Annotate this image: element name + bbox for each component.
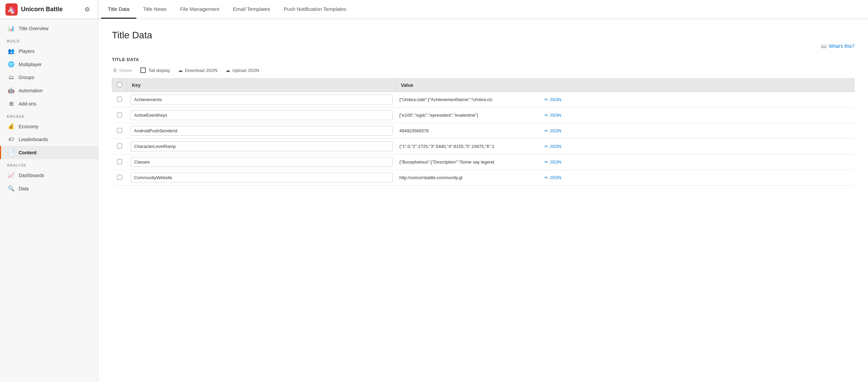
tab-push-notification-templates[interactable]: Push Notification Templates	[277, 0, 353, 19]
key-cell	[127, 139, 396, 154]
edit-json-button-1[interactable]: ✏ JSON	[545, 113, 561, 118]
trash-icon: 🗑	[113, 68, 117, 73]
economy-icon: 💰	[8, 123, 15, 130]
automation-icon: 🤖	[8, 87, 15, 94]
whats-this-row: 📖 What's this?	[112, 43, 854, 49]
add-ons-icon: ⊞	[8, 100, 15, 107]
top-navigation: 🦄 Unicorn Battle ⚙ Title DataTitle NewsF…	[0, 0, 868, 19]
content-area: Title Data 📖 What's this? TITLE DATA 🗑 D…	[98, 19, 868, 382]
settings-button[interactable]: ⚙	[82, 4, 93, 15]
main-layout: 📊 Title Overview BUILD 👥 Players 🌐 Multi…	[0, 19, 868, 382]
table-row: ["e100","egdc","epresident","evalentine"…	[112, 108, 854, 123]
sidebar-item-leaderboards[interactable]: 🏷 Leaderboards	[0, 133, 98, 146]
dashboards-icon: 📈	[8, 172, 15, 178]
download-icon: ☁	[178, 68, 183, 73]
pencil-icon: ✏	[545, 144, 548, 149]
tab-title-news[interactable]: Title News	[136, 0, 173, 19]
section-title: TITLE DATA	[112, 57, 854, 62]
key-input-0[interactable]	[131, 95, 393, 104]
row-checkbox-cell	[112, 108, 127, 123]
sidebar-item-players[interactable]: 👥 Players	[0, 44, 98, 58]
row-checkbox-2[interactable]	[117, 128, 122, 133]
delete-button[interactable]: 🗑 Delete	[112, 66, 133, 74]
sidebar-item-label-content: Content	[19, 150, 37, 155]
table-row: 494923569376 ✏ JSON	[112, 123, 854, 139]
key-cell	[127, 154, 396, 170]
leaderboards-icon: 🏷	[8, 136, 15, 142]
key-column-header: Key	[127, 79, 396, 92]
app-logo-area: 🦄 Unicorn Battle ⚙	[0, 0, 98, 19]
value-cell: {"Bucephelous":{"Description":"Some say …	[396, 154, 854, 170]
edit-json-button-4[interactable]: ✏ JSON	[545, 159, 561, 165]
toggle-box-icon	[140, 68, 146, 73]
select-all-checkbox[interactable]	[117, 82, 122, 87]
value-text-1: ["e100","egdc","epresident","evalentine"…	[399, 113, 542, 118]
tab-title-data[interactable]: Title Data	[101, 0, 136, 19]
multiplayer-icon: 🌐	[8, 61, 15, 68]
sidebar-section-build: BUILD	[0, 35, 98, 44]
book-icon: 📖	[821, 43, 827, 49]
sidebar-item-content[interactable]: 📄 Content	[0, 146, 98, 159]
key-input-4[interactable]	[131, 157, 393, 167]
sidebar-item-economy[interactable]: 💰 Economy	[0, 120, 98, 133]
sidebar-item-data[interactable]: 🔍 Data	[0, 182, 98, 195]
toolbar: 🗑 Delete Tall display ☁ Download JSON ☁ …	[112, 66, 854, 74]
key-input-1[interactable]	[131, 110, 393, 120]
groups-icon: 🗂	[8, 74, 15, 80]
table-row: {"Umbra-cide":{"AchievementName":"Umbra-…	[112, 92, 854, 108]
sidebar-section-engage: ENGAGE	[0, 110, 98, 120]
sidebar-item-add-ons[interactable]: ⊞ Add-ons	[0, 97, 98, 110]
value-cell: ["e100","egdc","epresident","evalentine"…	[396, 108, 854, 123]
row-checkbox-1[interactable]	[117, 112, 122, 117]
app-logo-icon: 🦄	[5, 3, 18, 16]
title-data-table: Key Value {"Umbra-cide":{"AchievementNam…	[112, 78, 854, 186]
sidebar-section-analyze: ANALYZE	[0, 159, 98, 169]
sidebar-item-automation[interactable]: 🤖 Automation	[0, 84, 98, 97]
edit-json-button-5[interactable]: ✏ JSON	[545, 175, 561, 180]
row-checkbox-cell	[112, 123, 127, 139]
value-cell: {"1":0,"2":2725,"3":5440,"4":8155,"5":10…	[396, 139, 854, 154]
value-text-5: http://unicornbattle.community.gl	[399, 175, 542, 180]
table-header-row: Key Value	[112, 79, 854, 92]
key-input-5[interactable]	[131, 173, 393, 183]
sidebar-item-label-multiplayer: Multiplayer	[19, 62, 42, 67]
tall-display-button[interactable]: Tall display	[140, 66, 171, 74]
upload-json-button[interactable]: ☁ Upload JSON	[225, 66, 260, 74]
row-checkbox-0[interactable]	[117, 97, 122, 102]
pencil-icon: ✏	[545, 97, 548, 102]
pencil-icon: ✏	[545, 175, 548, 180]
sidebar-item-groups[interactable]: 🗂 Groups	[0, 71, 98, 84]
players-icon: 👥	[8, 48, 15, 54]
key-input-2[interactable]	[131, 126, 393, 136]
value-text-0: {"Umbra-cide":{"AchievementName":"Umbra-…	[399, 97, 542, 102]
value-text-4: {"Bucephelous":{"Description":"Some say …	[399, 159, 542, 165]
content-icon: 📄	[8, 149, 15, 156]
tab-file-management[interactable]: File Management	[173, 0, 226, 19]
sidebar-item-label-title-overview: Title Overview	[19, 26, 48, 31]
row-checkbox-5[interactable]	[117, 175, 122, 180]
value-column-header: Value	[396, 79, 854, 92]
row-checkbox-cell	[112, 139, 127, 154]
upload-icon: ☁	[225, 68, 230, 73]
sidebar-item-title-overview[interactable]: 📊 Title Overview	[0, 22, 98, 35]
sidebar-item-label-economy: Economy	[19, 124, 38, 129]
edit-json-button-2[interactable]: ✏ JSON	[545, 128, 561, 133]
edit-json-button-0[interactable]: ✏ JSON	[545, 97, 561, 102]
download-json-button[interactable]: ☁ Download JSON	[177, 66, 218, 74]
header-checkbox-cell	[112, 79, 127, 92]
sidebar-item-label-dashboards: Dashboards	[19, 173, 44, 178]
sidebar-item-dashboards[interactable]: 📈 Dashboards	[0, 169, 98, 182]
sidebar-item-label-groups: Groups	[19, 75, 34, 80]
row-checkbox-4[interactable]	[117, 159, 122, 164]
value-cell: http://unicornbattle.community.gl ✏ JSON	[396, 170, 854, 186]
title-overview-icon: 📊	[8, 25, 15, 32]
key-input-3[interactable]	[131, 141, 393, 151]
sidebar-item-multiplayer[interactable]: 🌐 Multiplayer	[0, 58, 98, 71]
table-row: http://unicornbattle.community.gl ✏ JSON	[112, 170, 854, 186]
whats-this-button[interactable]: 📖 What's this?	[821, 43, 854, 49]
edit-json-button-3[interactable]: ✏ JSON	[545, 144, 561, 149]
tab-email-templates[interactable]: Email Templates	[226, 0, 277, 19]
pencil-icon: ✏	[545, 128, 548, 133]
row-checkbox-3[interactable]	[117, 144, 122, 149]
key-cell	[127, 108, 396, 123]
